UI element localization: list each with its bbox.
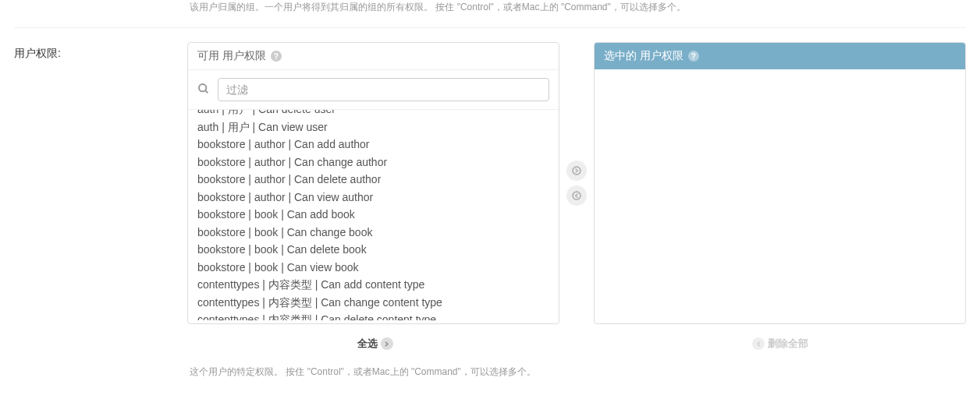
available-permissions-panel: 可用 用户权限 ? auth | 用户 | Can delete user au… [187, 42, 559, 324]
available-panel-header: 可用 用户权限 ? [188, 43, 559, 70]
remove-all-button: 删除全部 [595, 329, 966, 358]
remove-all-label: 删除全部 [768, 337, 808, 351]
list-item[interactable]: bookstore | book | Can view book [188, 259, 559, 277]
transfer-arrows [559, 42, 594, 324]
help-icon[interactable]: ? [271, 51, 282, 62]
chosen-panel-header: 选中的 用户权限 ? [595, 43, 965, 69]
list-item[interactable]: bookstore | book | Can add book [188, 206, 559, 224]
group-help-text: 该用户归属的组。一个用户将得到其归属的组的所有权限。 按住 "Control"，… [0, 0, 980, 27]
move-right-button[interactable] [566, 161, 587, 181]
chosen-listbox[interactable] [595, 69, 965, 323]
list-item[interactable]: bookstore | book | Can delete book [188, 241, 559, 259]
chevron-left-icon [752, 337, 765, 350]
filter-input[interactable] [218, 78, 549, 101]
divider [14, 27, 966, 28]
chevron-right-icon [381, 337, 393, 350]
svg-point-0 [199, 84, 206, 91]
choose-all-button[interactable]: 全选 [190, 329, 561, 358]
list-item[interactable]: auth | 用户 | Can view user [188, 118, 559, 136]
available-listbox[interactable]: auth | 用户 | Can delete user auth | 用户 | … [188, 110, 559, 320]
list-item[interactable]: bookstore | book | Can change book [188, 224, 559, 242]
filter-row [188, 70, 559, 110]
move-left-button[interactable] [566, 185, 587, 206]
list-item[interactable]: contenttypes | 内容类型 | Can change content… [188, 294, 559, 312]
list-item[interactable]: bookstore | author | Can delete author [188, 171, 559, 189]
svg-line-1 [205, 90, 208, 93]
list-item[interactable]: contenttypes | 内容类型 | Can add content ty… [188, 276, 559, 294]
available-title: 可用 用户权限 [197, 49, 266, 63]
svg-point-2 [573, 167, 581, 175]
list-item[interactable]: bookstore | author | Can view author [188, 189, 559, 207]
list-item[interactable]: contenttypes | 内容类型 | Can delete content… [188, 311, 559, 320]
chosen-title: 选中的 用户权限 [604, 49, 684, 63]
list-item[interactable]: auth | 用户 | Can delete user [188, 110, 559, 118]
list-item[interactable]: bookstore | author | Can change author [188, 154, 559, 171]
list-item[interactable]: bookstore | author | Can add author [188, 136, 559, 154]
permissions-help-text: 这个用户的特定权限。 按住 "Control"，或者Mac上的 "Command… [0, 358, 980, 394]
field-label-user-permissions: 用户权限: [14, 42, 187, 61]
help-icon[interactable]: ? [688, 51, 699, 62]
svg-point-3 [573, 192, 581, 200]
choose-all-label: 全选 [357, 337, 378, 351]
search-icon [197, 83, 210, 97]
chosen-permissions-panel: 选中的 用户权限 ? [594, 42, 966, 324]
